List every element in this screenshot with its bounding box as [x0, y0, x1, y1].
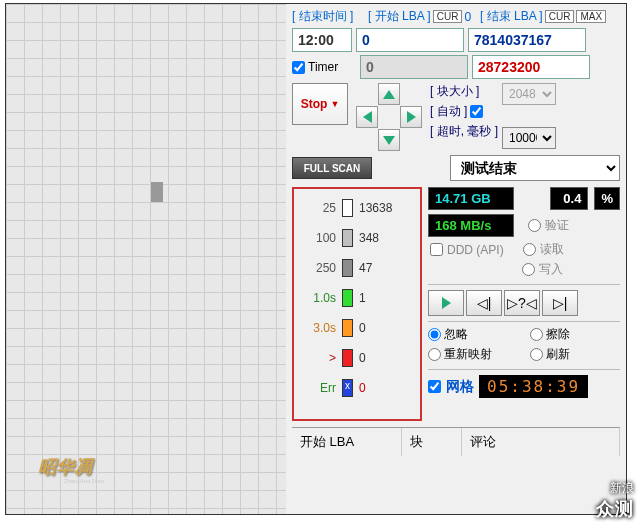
- timer-label: Timer: [308, 60, 338, 74]
- col-start-lba[interactable]: 开始 LBA: [292, 428, 402, 456]
- auto-label: [ 自动 ]: [430, 103, 467, 120]
- legend-box: 2513638100348250471.0s13.0s0>0Errx0: [292, 187, 422, 421]
- start-lba-label: [ 开始 LBA ]: [368, 8, 431, 25]
- current-lba-display: 0: [360, 55, 468, 79]
- grid-progress-cell: [151, 182, 163, 202]
- cur-val-1: 0: [464, 10, 471, 24]
- verify-radio[interactable]: 验证: [528, 217, 569, 234]
- stop-button[interactable]: Stop ▼: [292, 83, 348, 125]
- nav-up-button[interactable]: [378, 83, 400, 105]
- write-radio[interactable]: 写入: [522, 261, 620, 278]
- cur-badge-1[interactable]: CUR: [433, 10, 463, 23]
- start-lba-input[interactable]: 0: [356, 28, 464, 52]
- time-input[interactable]: 12:00: [292, 28, 352, 52]
- refresh-radio[interactable]: 刷新: [530, 346, 620, 363]
- end-lba-label: [ 结束 LBA ]: [480, 8, 543, 25]
- control-panel: [ 结束时间 ] [ 开始 LBA ] CUR 0 [ 结束 LBA ] CUR…: [286, 4, 626, 514]
- legend-row: 3.0s0: [308, 319, 406, 337]
- timeout-label: [ 超时, 毫秒 ]: [430, 123, 498, 140]
- legend-row: 2513638: [308, 199, 406, 217]
- legend-row: >0: [308, 349, 406, 367]
- elapsed-timer: 05:38:39: [479, 375, 588, 398]
- col-block[interactable]: 块: [402, 428, 462, 456]
- grid-label: 网格: [446, 378, 474, 396]
- timer-checkbox[interactable]: [292, 61, 305, 74]
- legend-row: 100348: [308, 229, 406, 247]
- legend-row: Errx0: [308, 379, 406, 397]
- max-badge[interactable]: MAX: [576, 10, 606, 23]
- col-comment[interactable]: 评论: [462, 428, 620, 456]
- legend-row: 25047: [308, 259, 406, 277]
- status-select[interactable]: 测试结束: [450, 155, 620, 181]
- remap-radio[interactable]: 重新映射: [428, 346, 518, 363]
- block-size-select[interactable]: 2048: [502, 83, 556, 105]
- nav-right-button[interactable]: [400, 106, 422, 128]
- nav-dpad: [352, 83, 426, 151]
- nav-down-button[interactable]: [378, 129, 400, 151]
- processed-lba-display: 28723200: [472, 55, 590, 79]
- scan-grid: 昭华凋 Zhao Hua Diao: [6, 4, 286, 514]
- cur-badge-2[interactable]: CUR: [545, 10, 575, 23]
- step-end-button[interactable]: ▷|: [542, 290, 578, 316]
- legend-row: 1.0s1: [308, 289, 406, 307]
- erase-radio[interactable]: 擦除: [530, 326, 620, 343]
- watermark-sub: Zhao Hua Diao: [64, 478, 104, 484]
- full-scan-button[interactable]: FULL SCAN: [292, 157, 372, 179]
- end-time-label: [ 结束时间 ]: [292, 8, 353, 25]
- sina-watermark: 新浪 众测: [596, 480, 634, 521]
- pct-display: 0.4: [550, 187, 588, 210]
- end-lba-input[interactable]: 7814037167: [468, 28, 586, 52]
- ignore-radio[interactable]: 忽略: [428, 326, 518, 343]
- timeout-select[interactable]: 10000: [502, 127, 556, 149]
- step-fwd-button[interactable]: ▷?◁: [504, 290, 540, 316]
- step-back-button[interactable]: ◁|: [466, 290, 502, 316]
- speed-display: 168 MB/s: [428, 214, 514, 237]
- block-size-label: [ 块大小 ]: [430, 83, 479, 100]
- ddd-checkbox[interactable]: DDD (API) 读取: [430, 241, 620, 258]
- pct-symbol: %: [594, 187, 620, 210]
- grid-checkbox[interactable]: [428, 380, 441, 393]
- log-header: 开始 LBA 块 评论: [292, 427, 620, 456]
- nav-left-button[interactable]: [356, 106, 378, 128]
- auto-checkbox[interactable]: [470, 105, 483, 118]
- play-button[interactable]: [428, 290, 464, 316]
- watermark: 昭华凋: [38, 455, 92, 479]
- size-display: 14.71 GB: [428, 187, 514, 210]
